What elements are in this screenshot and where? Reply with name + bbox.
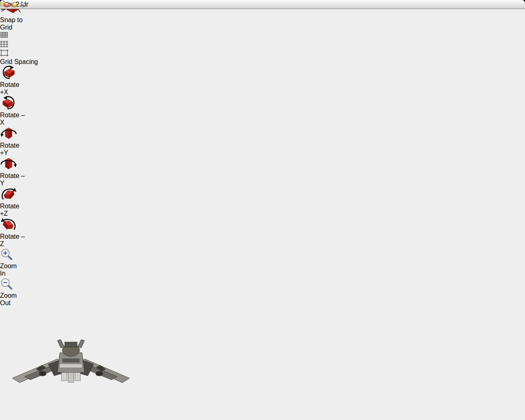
ortho-views-column — [0, 307, 525, 420]
rotate-minus-x-icon — [0, 96, 17, 110]
rotate-minus-y-icon — [0, 157, 17, 171]
zoom-in-button[interactable]: Zoom In — [0, 248, 22, 277]
rotate-plus-x-icon — [0, 66, 17, 80]
magnifier-plus-icon — [0, 248, 13, 261]
rotate-plus-y-label: Rotate +Y — [0, 142, 25, 157]
rotate-plus-z-icon — [0, 187, 17, 201]
grid-spacing-coarse-segment[interactable] — [0, 49, 46, 58]
zoom-window-button[interactable] — [20, 2, 25, 7]
rotate-minus-z-button[interactable]: Rotate –Z — [0, 217, 25, 248]
zoom-out-label: Zoom Out — [0, 292, 25, 307]
grid-spacing-control: Grid Spacing — [0, 31, 46, 66]
magnifier-minus-icon — [0, 277, 13, 290]
rotate-minus-z-label: Rotate –Z — [0, 233, 25, 248]
coarse-grid-icon — [0, 49, 9, 57]
medium-grid-icon — [0, 40, 9, 48]
front-view-pane — [0, 307, 525, 420]
grid-spacing-fine-segment[interactable] — [0, 31, 46, 40]
rotate-plus-y-button[interactable]: Rotate +Y — [0, 126, 25, 157]
rotate-plus-x-button[interactable]: Rotate +X — [0, 66, 25, 96]
grid-spacing-segmented-control — [0, 31, 46, 58]
rotate-minus-x-button[interactable]: Rotate –X — [0, 96, 25, 126]
zoom-in-label: Zoom In — [0, 262, 22, 277]
rotate-plus-x-label: Rotate +X — [0, 81, 25, 96]
close-button[interactable] — [4, 2, 9, 7]
minimize-button[interactable] — [12, 2, 17, 7]
titlebar[interactable]: bw2.ldr — [0, 0, 525, 9]
rotate-minus-y-label: Rotate –Y — [0, 172, 26, 187]
snap-to-grid-label: Snap to Grid — [0, 16, 31, 31]
grid-spacing-medium-segment-selected[interactable] — [0, 40, 46, 49]
window-title-area: bw2.ldr — [0, 0, 525, 8]
fine-grid-icon — [0, 31, 9, 39]
front-view-model — [0, 307, 142, 419]
rotate-plus-z-label: Rotate +Z — [0, 203, 25, 217]
front-view-canvas[interactable] — [0, 307, 142, 419]
rotate-plus-y-icon — [0, 126, 17, 140]
rotate-minus-y-button[interactable]: Rotate –Y — [0, 157, 26, 187]
rotate-minus-x-label: Rotate –X — [0, 112, 25, 126]
toolbar: Snap to Grid — [0, 0, 525, 307]
rotate-minus-z-icon — [0, 217, 17, 231]
app-window: bw2.ldr — [0, 0, 525, 420]
zoom-out-button[interactable]: Zoom Out — [0, 277, 25, 307]
rotate-plus-z-button[interactable]: Rotate +Z — [0, 187, 25, 217]
grid-spacing-label: Grid Spacing — [0, 58, 46, 66]
